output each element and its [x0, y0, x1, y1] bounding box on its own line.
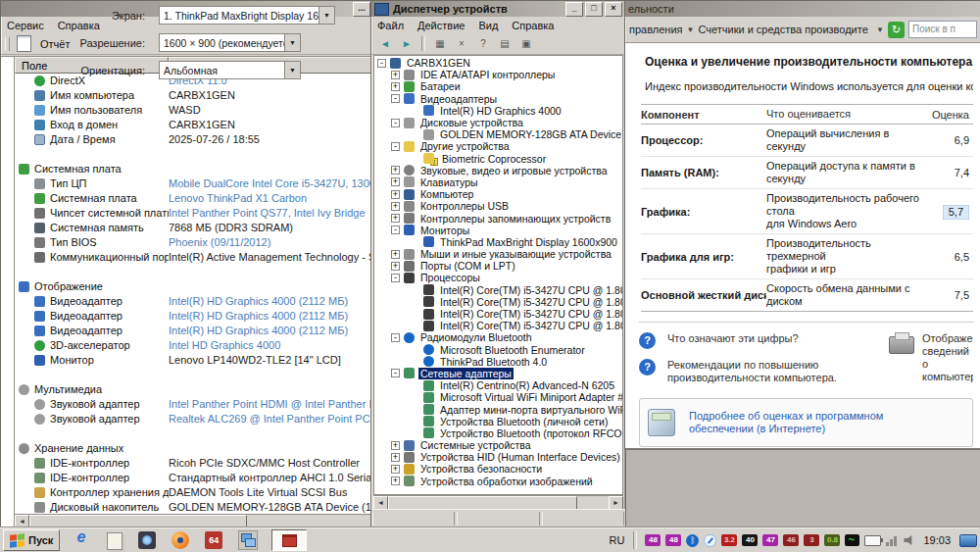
expand-toggle[interactable]: +: [391, 465, 400, 474]
toolbar-button[interactable]: ▤: [495, 35, 514, 52]
performance-titlebar[interactable]: ельности: [625, 1, 980, 17]
tree-item[interactable]: + Компьютер: [374, 188, 622, 200]
tray-icon[interactable]: 47: [762, 534, 778, 546]
tray-icon[interactable]: 3: [804, 534, 819, 546]
tree-item[interactable]: - Видеоадаптеры: [374, 93, 622, 105]
tree-item[interactable]: - Другие устройства: [374, 140, 622, 152]
expand-toggle[interactable]: -: [391, 226, 400, 234]
tree-item[interactable]: + Звуковые, видео и игровые устройства: [374, 165, 622, 176]
window-control-button[interactable]: _: [565, 2, 583, 17]
expand-toggle[interactable]: +: [391, 214, 400, 223]
tray-icon[interactable]: [864, 535, 881, 546]
expand-toggle[interactable]: -: [391, 94, 400, 103]
table-row[interactable]: Дисковый накопитель GOLDEN MEMORY-128GB …: [15, 500, 373, 514]
table-row[interactable]: Тип ЦП Mobile DualCore Intel Core i5-342…: [15, 176, 373, 191]
quicklaunch-icon[interactable]: 64: [205, 531, 222, 549]
tree-item[interactable]: Intel(R) Core(TM) i5-3427U CPU @ 1.80GHz: [374, 284, 622, 296]
table-row[interactable]: Отображение: [15, 279, 373, 294]
tree-item[interactable]: + Устройства HID (Human Interface Device…: [374, 451, 622, 463]
tree-item[interactable]: + Порты (COM и LPT): [374, 260, 622, 272]
tree-item[interactable]: Устройства Bluetooth (личной сети): [374, 416, 622, 427]
table-row[interactable]: Звуковой адаптер Realtek ALC269 @ Intel …: [15, 412, 373, 427]
overflow-button[interactable]: ...: [353, 2, 370, 17]
tree-item[interactable]: Intel(R) HD Graphics 4000: [374, 105, 622, 117]
address-dropdown-icon[interactable]: ▼: [876, 25, 884, 34]
quicklaunch-icon[interactable]: [172, 531, 189, 549]
tree-item[interactable]: - Сетевые адаптеры: [374, 368, 622, 379]
tree-item[interactable]: + Батареи: [374, 80, 622, 92]
clock[interactable]: 19:03: [923, 534, 951, 546]
expand-toggle[interactable]: +: [391, 453, 400, 462]
table-row[interactable]: IDE-контроллер Стандартный контроллер AH…: [15, 471, 373, 485]
device-manager-hscrollbar[interactable]: ◄ ►: [373, 495, 623, 509]
show-desktop-icon[interactable]: [959, 534, 977, 547]
expand-toggle[interactable]: +: [391, 202, 400, 211]
tree-item[interactable]: + Контроллеры USB: [374, 200, 622, 212]
table-row[interactable]: Системная память 7868 МБ (DDR3 SDRAM): [15, 221, 373, 235]
scroll-left-icon[interactable]: ◄: [373, 496, 388, 509]
tree-item[interactable]: - CARBX1GEN: [374, 57, 622, 69]
expand-toggle[interactable]: -: [377, 59, 386, 68]
table-row[interactable]: Коммуникационный порт Intel(R) Active Ma…: [15, 250, 373, 265]
tree-item[interactable]: - Радиомодули Bluetooth: [374, 331, 622, 343]
tray-icon[interactable]: 48: [665, 534, 681, 546]
table-row[interactable]: Хранение данных: [15, 441, 373, 456]
setting-dropdown[interactable]: Альбомная ▼: [159, 61, 301, 78]
table-row[interactable]: Чипсет системной платы Intel Panther Poi…: [15, 206, 373, 221]
tree-item[interactable]: + Устройства безопасности: [374, 463, 622, 475]
tree-item[interactable]: + Системные устройства: [374, 439, 622, 451]
tree-item[interactable]: Biometric Coprocessor: [374, 153, 622, 165]
toolbar-button[interactable]: ▦: [430, 35, 450, 52]
running-app-button[interactable]: [271, 529, 307, 551]
table-row[interactable]: [15, 147, 373, 162]
table-row[interactable]: 3D-акселератор Intel HD Graphics 4000: [15, 338, 373, 353]
quicklaunch-icon[interactable]: [107, 532, 122, 550]
table-row[interactable]: Видеоадаптер Intel(R) HD Graphics 4000 (…: [15, 309, 373, 324]
window-control-button[interactable]: ×: [605, 2, 622, 17]
setting-dropdown[interactable]: 1600 × 900 (рекомендуется) ▼: [159, 33, 301, 52]
expand-toggle[interactable]: -: [391, 119, 400, 127]
expand-toggle[interactable]: +: [391, 190, 400, 199]
tray-icon[interactable]: 0.8: [824, 534, 840, 546]
more-info-link[interactable]: Подробнее об оценках и программном обесп…: [639, 398, 973, 447]
nav-arrow-button[interactable]: ◄: [375, 35, 395, 52]
expand-toggle[interactable]: -: [391, 333, 400, 342]
tray-icon[interactable]: 48: [645, 534, 661, 546]
language-indicator[interactable]: RU: [610, 534, 625, 546]
device-manager-titlebar[interactable]: Диспетчер устройств _□×: [371, 1, 625, 17]
tree-item[interactable]: - Дисковые устройства: [374, 117, 622, 128]
table-row[interactable]: Имя компьютера CARBX1GEN: [15, 88, 373, 103]
expand-toggle[interactable]: +: [391, 177, 400, 186]
help-link-tips[interactable]: Рекомендации по повышению производительн…: [667, 359, 863, 384]
dropdown-arrow-icon[interactable]: ▼: [284, 62, 300, 78]
table-row[interactable]: Имя пользователя WASD: [15, 103, 373, 118]
tree-item[interactable]: Intel(R) Core(TM) i5-3427U CPU @ 1.80GHz: [374, 296, 622, 308]
breadcrumb-fragment[interactable]: правления: [629, 24, 683, 35]
menu-item[interactable]: Вид: [478, 20, 498, 31]
breadcrumb[interactable]: Счетчики и средства производительности: [698, 24, 868, 35]
tray-icon[interactable]: [686, 534, 699, 547]
quicklaunch-icon[interactable]: [74, 531, 91, 549]
refresh-icon[interactable]: ↻: [888, 22, 905, 38]
tree-item[interactable]: ThinkPad Bluetooth 4.0: [374, 356, 622, 368]
table-row[interactable]: Мультимедиа: [15, 382, 373, 397]
scroll-thumb[interactable]: [388, 496, 577, 509]
scroll-left-icon[interactable]: ◄: [15, 515, 29, 527]
tree-item[interactable]: Адаптер мини-порта виртуального WiFi Mic…: [374, 403, 622, 415]
toolbar-button[interactable]: ?: [473, 35, 493, 52]
tree-item[interactable]: Устройство Bluetooth (протокол RFCOMM TD…: [374, 427, 622, 439]
table-row[interactable]: [15, 427, 373, 441]
table-row[interactable]: Тип BIOS Phoenix (09/11/2012): [15, 235, 373, 250]
tray-icon[interactable]: [704, 534, 716, 547]
tray-icon[interactable]: [904, 535, 914, 546]
menu-item[interactable]: Файл: [377, 20, 404, 31]
tree-item[interactable]: ThinkPad MaxBright Display 1600x900: [374, 236, 622, 248]
expand-toggle[interactable]: +: [391, 71, 400, 79]
tree-item[interactable]: + Контроллеры запоминающих устройств: [374, 212, 622, 224]
tray-icon[interactable]: [886, 535, 899, 546]
toolbar-button[interactable]: ▣: [516, 35, 536, 52]
window-control-button[interactable]: □: [585, 2, 603, 17]
table-row[interactable]: Системная плата: [15, 162, 373, 176]
scroll-thumb[interactable]: [29, 515, 247, 527]
hwinfo-hscrollbar[interactable]: ◄: [15, 514, 373, 527]
